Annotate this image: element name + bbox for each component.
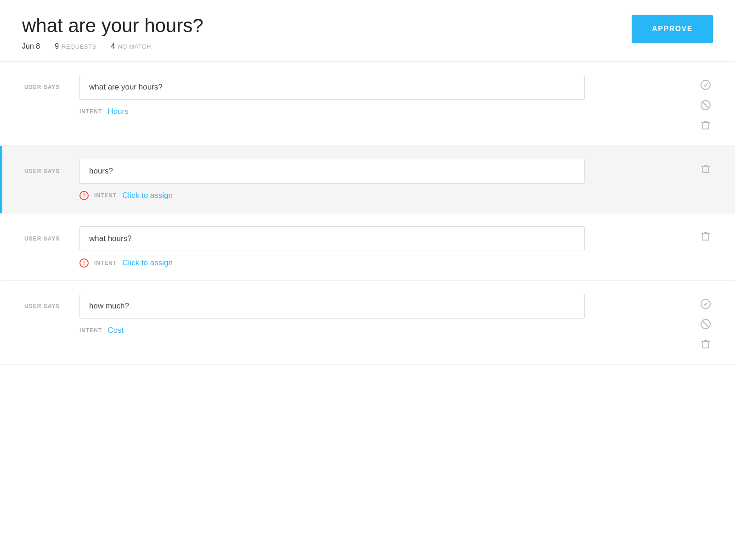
svg-line-5 [703,321,708,327]
intent-value[interactable]: Hours [107,107,128,116]
user-says-input[interactable]: hours? [79,159,585,184]
header-left: what are your hours? Jun 8 9 REQUESTS 4 … [22,15,204,50]
user-says-label: USER SAYS [24,84,70,90]
request-body: USER SAYS what hours? ! INTENT Click to … [24,226,687,268]
requests-count: 9 [55,42,59,50]
no-match-count: 4 [111,42,115,50]
user-says-label: USER SAYS [24,303,70,309]
user-says-input[interactable]: what hours? [79,226,585,251]
trash-icon [700,163,711,174]
intent-label: INTENT [94,192,117,199]
request-item: USER SAYS what hours? ! INTENT Click to … [0,213,735,281]
delete-icon-button[interactable] [698,337,713,352]
svg-point-3 [701,299,710,308]
intent-row: ! INTENT Click to assign [24,258,687,268]
slash-circle-icon [700,319,711,330]
check-circle-icon [700,298,711,309]
user-says-row: USER SAYS what are your hours? [24,75,687,100]
requests-list: USER SAYS what are your hours? INTENT Ho… [0,62,735,365]
approve-button[interactable]: APPROVE [632,15,713,43]
slash-circle-icon [700,100,711,111]
request-item: USER SAYS what are your hours? INTENT Ho… [0,62,735,146]
approve-icon-button[interactable] [698,78,713,92]
user-says-row: USER SAYS hours? [24,159,687,184]
intent-value[interactable]: Cost [107,326,124,335]
warning-icon: ! [79,191,89,200]
block-icon-button[interactable] [698,317,713,331]
request-body: USER SAYS what are your hours? INTENT Ho… [24,75,687,116]
user-says-label: USER SAYS [24,235,70,242]
delete-icon-button[interactable] [698,229,713,244]
header-meta: Jun 8 9 REQUESTS 4 NO MATCH [22,42,204,50]
svg-line-2 [703,102,708,108]
warning-icon: ! [79,258,89,268]
action-icons [698,159,713,176]
intent-assign-link[interactable]: Click to assign [122,258,173,268]
approve-icon-button[interactable] [698,297,713,311]
intent-row: INTENT Hours [24,107,687,116]
meta-no-match: 4 NO MATCH [111,42,151,50]
trash-icon [700,339,711,350]
intent-assign-link[interactable]: Click to assign [122,191,173,200]
request-body: USER SAYS hours? ! INTENT Click to assig… [24,159,687,200]
intent-row: INTENT Cost [24,326,687,335]
block-icon-button[interactable] [698,98,713,112]
check-circle-icon [700,79,711,90]
user-says-input[interactable]: how much? [79,294,585,319]
action-icons [698,75,713,133]
trash-icon [700,231,711,242]
svg-point-0 [701,80,710,90]
meta-requests: 9 REQUESTS [55,42,96,50]
action-icons [698,226,713,244]
action-icons [698,294,713,352]
intent-label: INTENT [79,327,102,334]
requests-label: REQUESTS [62,43,96,50]
delete-icon-button[interactable] [698,118,713,133]
request-item: USER SAYS how much? INTENT Cost [0,281,735,365]
page-header: what are your hours? Jun 8 9 REQUESTS 4 … [0,0,735,62]
intent-label: INTENT [94,260,117,266]
meta-date: Jun 8 [22,42,40,50]
trash-icon [700,120,711,131]
request-item: USER SAYS hours? ! INTENT Click to assig… [0,146,735,213]
intent-row: ! INTENT Click to assign [24,191,687,200]
user-says-input[interactable]: what are your hours? [79,75,585,100]
user-says-row: USER SAYS what hours? [24,226,687,251]
delete-icon-button[interactable] [698,162,713,176]
no-match-label: NO MATCH [118,43,151,50]
request-body: USER SAYS how much? INTENT Cost [24,294,687,335]
user-says-row: USER SAYS how much? [24,294,687,319]
user-says-label: USER SAYS [24,168,70,174]
page-title: what are your hours? [22,15,204,37]
intent-label: INTENT [79,108,102,115]
